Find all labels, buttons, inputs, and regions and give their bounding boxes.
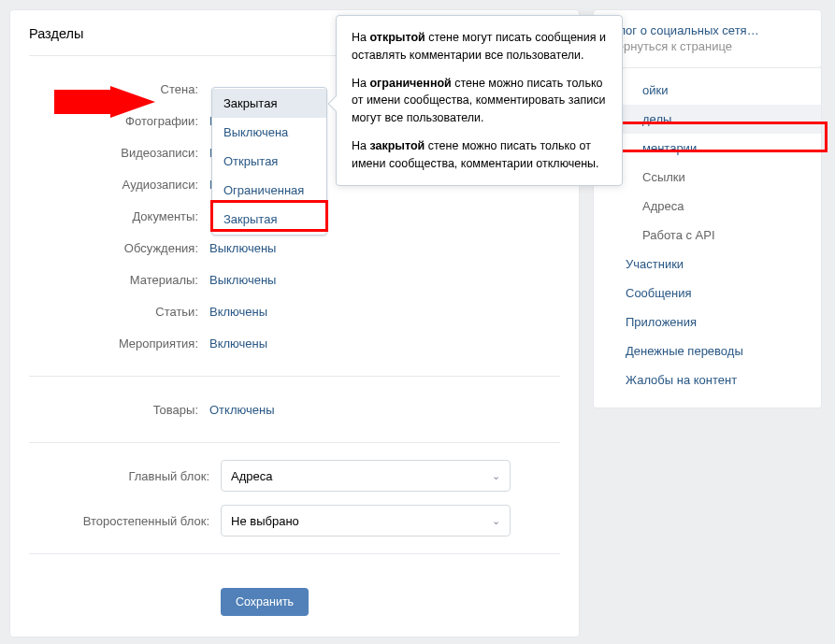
sidebar-nav-item[interactable]: Работа с API <box>594 221 821 250</box>
secondary-block-select[interactable]: Не выбрано ⌄ <box>221 505 511 537</box>
setting-label: Обсуждения: <box>29 241 209 255</box>
sidebar-header: Блог о социальных сетя… вернуться к стра… <box>593 9 822 68</box>
sidebar-nav-item[interactable]: Адреса <box>594 192 821 221</box>
select-value: Адреса <box>231 469 272 483</box>
sidebar-nav-item[interactable]: Жалобы на контент <box>594 365 821 394</box>
setting-value-goods[interactable]: Отключены <box>209 403 274 417</box>
setting-label: Второстепенный блок: <box>29 514 221 528</box>
setting-label: Материалы: <box>29 273 209 287</box>
divider <box>29 553 560 554</box>
setting-value[interactable]: Включены <box>209 305 267 319</box>
blog-link[interactable]: Блог о социальных сетя… <box>611 23 804 37</box>
setting-label: Мероприятия: <box>29 336 209 351</box>
tooltip: На открытой стене могут писать сообщения… <box>336 15 623 186</box>
sidebar-nav-item[interactable]: Ссылки <box>594 163 821 192</box>
sidebar-nav-item[interactable]: Сообщения <box>594 279 821 308</box>
chevron-down-icon: ⌄ <box>492 470 500 482</box>
setting-value[interactable]: Выключены <box>209 273 276 287</box>
annotation-highlight-box <box>210 200 328 232</box>
sidebar-nav-item[interactable]: Приложения <box>594 308 821 336</box>
divider <box>29 442 560 443</box>
setting-value[interactable]: Включены <box>209 336 267 351</box>
setting-row-goods: Товары: Отключены <box>29 394 560 425</box>
annotation-arrow-icon <box>54 86 155 118</box>
setting-label: Товары: <box>29 403 209 417</box>
secondary-block-row: Второстепенный блок: Не выбрано ⌄ <box>29 505 560 537</box>
sidebar: Блог о социальных сетя… вернуться к стра… <box>593 9 822 637</box>
setting-label: Главный блок: <box>29 469 221 483</box>
select-value: Не выбрано <box>231 514 299 528</box>
sidebar-nav-item[interactable]: Участники <box>594 250 821 279</box>
back-to-page-link[interactable]: вернуться к странице <box>611 39 804 53</box>
sidebar-nav: ойкиделыментарииСсылкиАдресаРабота с API… <box>593 68 822 408</box>
setting-label: Аудиозаписи: <box>29 178 209 192</box>
chevron-down-icon: ⌄ <box>492 515 500 527</box>
sidebar-nav-item[interactable]: ойки <box>594 76 821 105</box>
setting-label: Видеозаписи: <box>29 146 209 160</box>
sidebar-nav-item[interactable]: Денежные переводы <box>594 336 821 365</box>
setting-label: Документы: <box>29 209 209 223</box>
setting-value[interactable]: Выключены <box>209 241 276 255</box>
setting-row: Материалы:Выключены <box>29 264 560 295</box>
setting-label: Статьи: <box>29 305 209 319</box>
main-block-row: Главный блок: Адреса ⌄ <box>29 460 560 492</box>
setting-row: Мероприятия:Включены <box>29 327 560 359</box>
dropdown-option[interactable]: Выключена <box>212 118 326 147</box>
main-block-select[interactable]: Адреса ⌄ <box>221 460 511 492</box>
annotation-highlight-box <box>592 122 828 152</box>
dropdown-option[interactable]: Открытая <box>212 147 326 176</box>
save-button[interactable]: Сохранить <box>221 588 309 616</box>
dropdown-selected[interactable]: Закрытая <box>212 89 326 118</box>
setting-row: Обсуждения:Выключены <box>29 232 560 264</box>
setting-row: Статьи:Включены <box>29 295 560 327</box>
divider <box>29 376 560 377</box>
svg-marker-0 <box>54 86 155 118</box>
